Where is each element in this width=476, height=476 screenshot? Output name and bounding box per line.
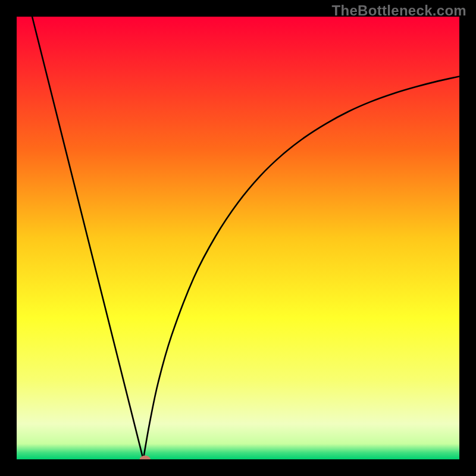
gradient-background <box>17 17 459 459</box>
chart-frame: TheBottleneck.com <box>0 0 476 476</box>
plot-svg <box>17 17 459 459</box>
plot-area <box>17 17 459 459</box>
